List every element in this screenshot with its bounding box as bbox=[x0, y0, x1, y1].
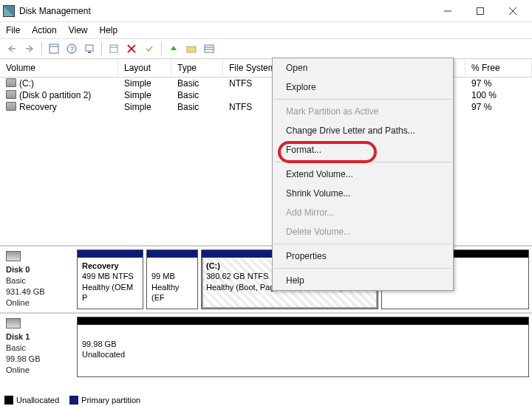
app-icon bbox=[3, 5, 15, 17]
up-icon[interactable] bbox=[166, 41, 181, 56]
disk-icon bbox=[6, 251, 21, 261]
volume-name: (Disk 0 partition 2) bbox=[19, 90, 91, 100]
col-volume[interactable]: Volume bbox=[0, 59, 118, 77]
ctx-delete-volume: Delete Volume... bbox=[273, 222, 453, 241]
volume-name: Recovery bbox=[19, 102, 57, 112]
svg-rect-1 bbox=[477, 7, 484, 14]
volume-type: Basic bbox=[171, 101, 223, 113]
svg-rect-6 bbox=[50, 44, 58, 53]
volume-free: 97 % bbox=[466, 78, 532, 89]
part-size: 99.98 GB bbox=[82, 340, 116, 348]
ctx-mark-active: Mark Partition as Active bbox=[273, 102, 453, 121]
forward-icon[interactable] bbox=[22, 41, 37, 56]
legend-primary: Primary partition bbox=[81, 396, 140, 405]
volume-free: 100 % bbox=[466, 89, 532, 101]
disk-status: Online bbox=[6, 298, 30, 307]
back-icon[interactable] bbox=[4, 41, 19, 56]
disk-status: Online bbox=[6, 365, 30, 374]
disk-info[interactable]: Disk 1 Basic 99.98 GB Online bbox=[0, 314, 74, 379]
disk-label: Disk 0 bbox=[6, 265, 30, 274]
svg-rect-11 bbox=[88, 52, 91, 53]
col-type[interactable]: Type bbox=[171, 59, 223, 77]
volume-layout: Simple bbox=[118, 78, 171, 89]
volume-icon bbox=[6, 78, 16, 86]
toolbar-icon[interactable] bbox=[47, 41, 61, 56]
svg-text:?: ? bbox=[70, 45, 74, 52]
ctx-properties[interactable]: Properties bbox=[273, 247, 453, 266]
part-name: (C:) bbox=[206, 261, 220, 270]
svg-rect-17 bbox=[187, 47, 196, 52]
partition-recovery[interactable]: Recovery 499 MB NTFS Healthy (OEM P bbox=[77, 250, 143, 309]
ctx-explore[interactable]: Explore bbox=[273, 78, 453, 97]
svg-rect-12 bbox=[110, 45, 117, 52]
window-title: Disk Management bbox=[19, 6, 432, 16]
disk-kind: Basic bbox=[6, 276, 26, 285]
legend-swatch-unallocated bbox=[4, 396, 13, 405]
toolbar: ? bbox=[0, 38, 532, 59]
list-icon[interactable] bbox=[202, 41, 216, 56]
col-layout[interactable]: Layout bbox=[118, 59, 171, 77]
folder-icon[interactable] bbox=[184, 41, 199, 56]
disk-size: 99.98 GB bbox=[6, 354, 40, 363]
volume-name: (C:) bbox=[19, 78, 34, 89]
menu-action[interactable]: Action bbox=[32, 25, 56, 35]
help-icon[interactable]: ? bbox=[64, 41, 79, 56]
ctx-shrink-volume[interactable]: Shrink Volume... bbox=[273, 184, 453, 203]
ctx-extend-volume[interactable]: Extend Volume... bbox=[273, 165, 453, 184]
volume-layout: Simple bbox=[118, 101, 171, 113]
ctx-add-mirror: Add Mirror... bbox=[273, 203, 453, 222]
partition-unallocated[interactable]: 99.98 GB Unallocated bbox=[77, 317, 529, 376]
volume-free: 97 % bbox=[466, 101, 532, 113]
legend-swatch-primary bbox=[69, 396, 78, 405]
ctx-format[interactable]: Format... bbox=[273, 140, 453, 159]
volume-icon bbox=[6, 90, 16, 97]
legend-unallocated: Unallocated bbox=[16, 396, 59, 405]
part-status: Healthy (OEM P bbox=[82, 283, 133, 302]
part-status: Unallocated bbox=[82, 350, 125, 359]
refresh-icon[interactable] bbox=[106, 41, 121, 56]
disk-icon bbox=[6, 318, 21, 328]
ctx-open[interactable]: Open bbox=[273, 58, 453, 78]
menubar: File Action View Help bbox=[0, 22, 532, 38]
disk-label: Disk 1 bbox=[6, 332, 30, 341]
part-size: 499 MB NTFS bbox=[82, 272, 134, 281]
svg-rect-10 bbox=[86, 45, 93, 51]
ctx-change-letter[interactable]: Change Drive Letter and Paths... bbox=[273, 121, 453, 140]
volume-type: Basic bbox=[171, 89, 223, 101]
close-button[interactable] bbox=[497, 1, 529, 21]
check-icon[interactable] bbox=[142, 41, 157, 56]
minimize-button[interactable] bbox=[432, 1, 464, 21]
part-status: Healthy (EF bbox=[151, 283, 179, 302]
menu-view[interactable]: View bbox=[69, 25, 88, 35]
ctx-help[interactable]: Help bbox=[273, 271, 453, 290]
menu-file[interactable]: File bbox=[6, 25, 20, 35]
disk-info[interactable]: Disk 0 Basic 931.49 GB Online bbox=[0, 247, 74, 312]
svg-marker-16 bbox=[171, 46, 177, 50]
part-size: 380.62 GB NTFS bbox=[206, 272, 268, 281]
computer-icon[interactable] bbox=[82, 41, 97, 56]
disk-kind: Basic bbox=[6, 343, 26, 352]
volume-icon bbox=[6, 102, 16, 109]
disk-size: 931.49 GB bbox=[6, 287, 45, 296]
maximize-button[interactable] bbox=[464, 1, 497, 21]
delete-icon[interactable] bbox=[124, 41, 139, 56]
menu-help[interactable]: Help bbox=[100, 25, 118, 35]
volume-layout: Simple bbox=[118, 89, 171, 101]
partition-efi[interactable]: 99 MB Healthy (EF bbox=[146, 250, 198, 309]
svg-rect-18 bbox=[205, 45, 214, 52]
context-menu: Open Explore Mark Partition as Active Ch… bbox=[272, 58, 454, 291]
part-name: Recovery bbox=[82, 261, 119, 270]
part-size: 99 MB bbox=[151, 272, 175, 281]
col-free[interactable]: % Free bbox=[466, 59, 532, 77]
volume-type: Basic bbox=[171, 78, 223, 89]
legend: Unallocated Primary partition bbox=[4, 396, 140, 405]
